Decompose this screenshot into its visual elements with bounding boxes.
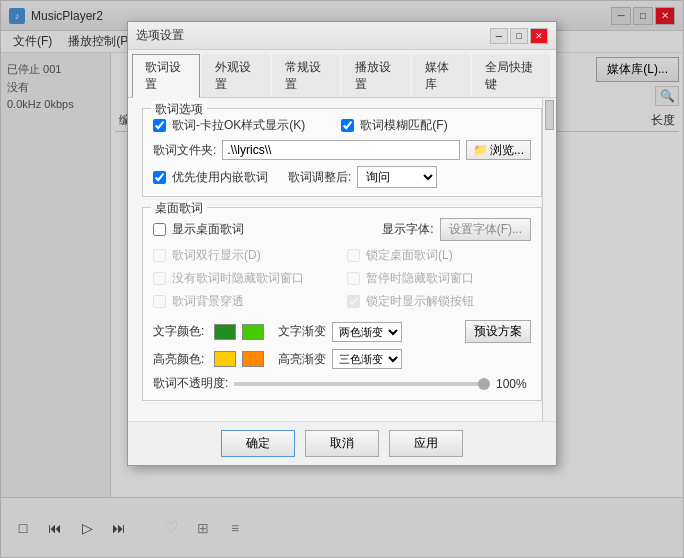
font-label: 显示字体: [382, 221, 433, 238]
double-line-checkbox[interactable] [153, 249, 166, 262]
double-line-label: 歌词双行显示(D) [172, 247, 261, 264]
highlight-color-swatch-2[interactable] [242, 351, 264, 367]
text-color-swatch-1[interactable] [214, 324, 236, 340]
browse-label: 浏览... [490, 142, 524, 159]
lock-desktop-label: 锁定桌面歌词(L) [366, 247, 453, 264]
filepath-label: 歌词文件夹: [153, 142, 216, 159]
dialog-body: 歌词选项 歌词-卡拉OK样式显示(K) 歌词模糊匹配(F) 歌词文件夹: 📁 [128, 98, 556, 421]
tab-lyrics-settings[interactable]: 歌词设置 [132, 54, 200, 98]
highlight-color-row: 高亮颜色: 高亮渐变 两色渐变 三色渐变 单色 [153, 349, 531, 369]
tab-playback-settings[interactable]: 播放设置 [342, 54, 410, 97]
scrollbar-thumb[interactable] [545, 100, 554, 130]
dialog-title: 选项设置 [136, 27, 488, 44]
opacity-label: 歌词不透明度: [153, 375, 228, 392]
bg-transparent-row: 歌词背景穿透 [153, 293, 337, 310]
desktop-lyrics-section: 桌面歌词 显示桌面歌词 显示字体: 设置字体(F)... [142, 207, 542, 401]
lock-desktop-checkbox[interactable] [347, 249, 360, 262]
karaoke-checkbox[interactable] [153, 119, 166, 132]
preset-button[interactable]: 预设方案 [465, 320, 531, 343]
bg-transparent-checkbox[interactable] [153, 295, 166, 308]
dialog-footer: 确定 取消 应用 [128, 421, 556, 465]
pause-hide-checkbox[interactable] [347, 272, 360, 285]
hide-no-lyric-checkbox[interactable] [153, 272, 166, 285]
dialog-title-bar: 选项设置 ─ □ ✕ [128, 22, 556, 50]
dialog-scrollbar[interactable] [542, 98, 556, 421]
embed-lyrics-checkbox[interactable] [153, 171, 166, 184]
tab-media-library[interactable]: 媒体库 [412, 54, 470, 97]
lyrics-section-title: 歌词选项 [151, 101, 207, 118]
filepath-input[interactable] [222, 140, 460, 160]
browse-button[interactable]: 📁 浏览... [466, 140, 531, 160]
dialog-overlay: 选项设置 ─ □ ✕ 歌词设置 外观设置 常规设置 播放设置 媒体库 全局快捷键 [1, 1, 683, 557]
desktop-top-row: 显示桌面歌词 显示字体: 设置字体(F)... [153, 218, 531, 241]
pause-hide-label: 暂停时隐藏歌词窗口 [366, 270, 474, 287]
font-button[interactable]: 设置字体(F)... [440, 218, 531, 241]
filepath-row: 歌词文件夹: 📁 浏览... [153, 140, 531, 160]
folder-icon: 📁 [473, 143, 488, 157]
opacity-slider[interactable] [234, 382, 490, 386]
fuzzy-match-label: 歌词模糊匹配(F) [360, 117, 447, 134]
text-color-swatch-2[interactable] [242, 324, 264, 340]
checkbox-col-left: 歌词双行显示(D) 没有歌词时隐藏歌词窗口 歌词背景穿透 [153, 247, 337, 316]
embed-lyrics-row: 优先使用内嵌歌词 [153, 169, 268, 186]
confirm-button[interactable]: 确定 [221, 430, 295, 457]
highlight-color-label: 高亮颜色: [153, 351, 208, 368]
tab-appearance-settings[interactable]: 外观设置 [202, 54, 270, 97]
app-window: ♪ MusicPlayer2 ─ □ ✕ 文件(F) 播放控制(P) 播放列表(… [0, 0, 684, 558]
karaoke-label: 歌词-卡拉OK样式显示(K) [172, 117, 305, 134]
text-gradient-label: 文字渐变 [278, 323, 326, 340]
highlight-color-swatch-1[interactable] [214, 351, 236, 367]
lock-desktop-row: 锁定桌面歌词(L) [347, 247, 531, 264]
bottom-row: 优先使用内嵌歌词 歌词调整后: 询问 保存 不保存 [153, 166, 531, 188]
settings-tabs: 歌词设置 外观设置 常规设置 播放设置 媒体库 全局快捷键 [128, 50, 556, 98]
lock-show-label: 锁定时显示解锁按钮 [366, 293, 474, 310]
lock-show-row: 锁定时显示解锁按钮 [347, 293, 531, 310]
apply-button[interactable]: 应用 [389, 430, 463, 457]
highlight-gradient-select[interactable]: 两色渐变 三色渐变 单色 [332, 349, 402, 369]
adjust-row: 歌词调整后: 询问 保存 不保存 [288, 166, 437, 188]
desktop-section-title: 桌面歌词 [151, 200, 207, 217]
text-color-row: 文字颜色: 文字渐变 两色渐变 三色渐变 单色 预设方案 [153, 320, 531, 343]
bg-transparent-label: 歌词背景穿透 [172, 293, 244, 310]
tab-shortcuts[interactable]: 全局快捷键 [472, 54, 551, 97]
dialog-minimize-button[interactable]: ─ [490, 28, 508, 44]
lyrics-options-section: 歌词选项 歌词-卡拉OK样式显示(K) 歌词模糊匹配(F) 歌词文件夹: 📁 [142, 108, 542, 197]
text-color-label: 文字颜色: [153, 323, 208, 340]
fuzzy-match-checkbox[interactable] [341, 119, 354, 132]
opacity-row: 歌词不透明度: 100% [153, 375, 531, 392]
pause-hide-row: 暂停时隐藏歌词窗口 [347, 270, 531, 287]
hide-no-lyric-row: 没有歌词时隐藏歌词窗口 [153, 270, 337, 287]
checkbox-row-karaoke: 歌词-卡拉OK样式显示(K) 歌词模糊匹配(F) [153, 117, 531, 134]
settings-dialog: 选项设置 ─ □ ✕ 歌词设置 外观设置 常规设置 播放设置 媒体库 全局快捷键 [127, 21, 557, 466]
cancel-button[interactable]: 取消 [305, 430, 379, 457]
font-row: 显示字体: 设置字体(F)... [382, 218, 531, 241]
highlight-gradient-label: 高亮渐变 [278, 351, 326, 368]
show-desktop-checkbox[interactable] [153, 223, 166, 236]
dialog-maximize-button[interactable]: □ [510, 28, 528, 44]
hide-no-lyric-label: 没有歌词时隐藏歌词窗口 [172, 270, 304, 287]
double-line-row: 歌词双行显示(D) [153, 247, 337, 264]
adjust-select[interactable]: 询问 保存 不保存 [357, 166, 437, 188]
tab-general-settings[interactable]: 常规设置 [272, 54, 340, 97]
lock-show-checkbox[interactable] [347, 295, 360, 308]
adjust-label: 歌词调整后: [288, 169, 351, 186]
embed-lyrics-label: 优先使用内嵌歌词 [172, 169, 268, 186]
checkbox-columns: 歌词双行显示(D) 没有歌词时隐藏歌词窗口 歌词背景穿透 [153, 247, 531, 316]
show-desktop-label: 显示桌面歌词 [172, 221, 244, 238]
dialog-body-wrapper: 歌词选项 歌词-卡拉OK样式显示(K) 歌词模糊匹配(F) 歌词文件夹: 📁 [128, 98, 556, 421]
opacity-value: 100% [496, 377, 531, 391]
dialog-close-button[interactable]: ✕ [530, 28, 548, 44]
checkbox-col-right: 锁定桌面歌词(L) 暂停时隐藏歌词窗口 锁定时显示解锁按钮 [347, 247, 531, 316]
show-desktop-row: 显示桌面歌词 [153, 221, 244, 238]
text-gradient-select[interactable]: 两色渐变 三色渐变 单色 [332, 322, 402, 342]
